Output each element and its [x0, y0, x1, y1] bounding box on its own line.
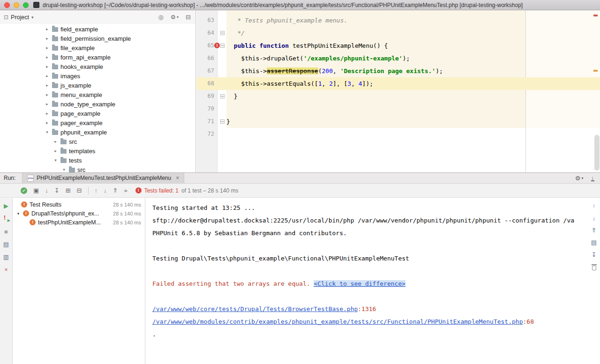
show-passed-icon[interactable]: ✓: [21, 187, 27, 194]
editor[interactable]: 63 * Tests phpunit_example menus.64 */65…: [196, 10, 600, 172]
error-stripe-mark[interactable]: [593, 15, 598, 16]
fold-marker-icon[interactable]: [220, 44, 225, 48]
file-link[interactable]: /var/www/web/modules/contrib/examples/ph…: [152, 318, 523, 325]
fold-marker-icon[interactable]: [220, 119, 225, 124]
toggle-console-icon[interactable]: ▣: [33, 187, 39, 193]
editor-line[interactable]: 68 $this->assertEquals([1, 2], [3, 4]);: [196, 77, 600, 90]
console-line: Testing started at 13:25 ...: [152, 201, 586, 214]
project-tree-item[interactable]: ▸menu_example: [0, 90, 195, 99]
project-tree-item[interactable]: ▸form_api_example: [0, 52, 195, 62]
previous-failed-test-icon[interactable]: ↑: [95, 187, 98, 193]
code-text: $this->assertEquals([1, 2], [3, 4]);: [226, 77, 373, 90]
settings-gear-icon[interactable]: ⚙▾: [575, 175, 584, 182]
settings-gear-icon[interactable]: ⚙▾: [171, 14, 179, 21]
editor-line[interactable]: 66 $this->drupalGet('/examples/phpunit-e…: [196, 52, 600, 65]
chevron-right-icon[interactable]: ▸: [45, 74, 50, 78]
fold-marker-icon[interactable]: [220, 94, 225, 98]
editor-lines: 63 * Tests phpunit_example menus.64 */65…: [196, 14, 600, 141]
chevron-right-icon[interactable]: ▸: [45, 36, 50, 41]
chevron-right-icon[interactable]: ▸: [45, 102, 50, 106]
chevron-right-icon[interactable]: ▸: [45, 55, 50, 59]
chevron-right-icon[interactable]: ▸: [53, 139, 58, 144]
chevron-down-icon[interactable]: ▾: [45, 130, 50, 134]
hide-panel-icon[interactable]: ↓: [591, 175, 595, 181]
project-tree-item[interactable]: ▸templates: [0, 146, 195, 156]
project-tree-item[interactable]: ▸src: [0, 137, 195, 146]
fold-marker-icon[interactable]: [220, 31, 225, 35]
folder-icon: [52, 111, 58, 116]
collapse-all-icon[interactable]: ⊟: [186, 14, 191, 20]
project-tree-item[interactable]: ▸page_example: [0, 109, 195, 118]
project-tree-item[interactable]: ▸file_example: [0, 43, 195, 52]
chevron-right-icon[interactable]: ▸: [45, 111, 50, 116]
editor-line[interactable]: 70: [196, 103, 600, 115]
editor-line[interactable]: 63 * Tests phpunit_example menus.: [196, 14, 600, 27]
project-tree-item[interactable]: ▸images: [0, 71, 195, 81]
test-failed-gutter-icon[interactable]: !: [214, 43, 220, 48]
project-header-label[interactable]: Project: [11, 14, 29, 21]
next-failed-test-icon[interactable]: ↓: [104, 187, 107, 193]
close-window-icon[interactable]: [4, 2, 10, 8]
project-tree-item[interactable]: ▸field_permission_example: [0, 34, 195, 43]
collapse-all-icon[interactable]: ⊟: [77, 187, 82, 193]
soft-wrap-icon[interactable]: ▤: [591, 239, 597, 245]
sort-alphabetically-icon[interactable]: ↓: [45, 187, 48, 193]
export-icon[interactable]: ⇑: [592, 227, 597, 233]
project-tree-item[interactable]: ▸node_type_example: [0, 99, 195, 109]
project-tree-item[interactable]: ▾phpunit_example: [0, 127, 195, 137]
up-stacktrace-icon[interactable]: ↑: [592, 203, 596, 209]
project-item-label: pager_example: [60, 119, 103, 126]
import-test-results-icon[interactable]: ⇑: [113, 187, 118, 193]
chevron-right-icon[interactable]: ▸: [45, 64, 50, 69]
project-tree-item[interactable]: ▸pager_example: [0, 118, 195, 127]
diff-link[interactable]: <Click to see difference>: [314, 280, 405, 287]
console-output[interactable]: Testing started at 13:25 ...sftp://docke…: [146, 198, 600, 364]
editor-line[interactable]: 71}: [196, 115, 600, 128]
chevron-down-icon[interactable]: ▾: [31, 15, 34, 20]
minimize-window-icon[interactable]: [14, 2, 19, 8]
project-item-label: form_api_example: [60, 54, 111, 61]
down-stacktrace-icon[interactable]: ↓: [592, 215, 596, 221]
editor-line[interactable]: 65! public function testPhpUnitExampleMe…: [196, 39, 600, 52]
expand-all-icon[interactable]: ⊞: [66, 187, 71, 193]
editor-scrollbar-thumb[interactable]: [594, 135, 600, 171]
chevron-right-icon[interactable]: ▸: [53, 149, 58, 153]
project-tree-item[interactable]: ▸js_example: [0, 81, 195, 90]
chevron-right-icon[interactable]: ▸: [45, 27, 50, 31]
chevron-down-icon[interactable]: ▾: [53, 158, 58, 163]
chevron-right-icon[interactable]: ▸: [45, 83, 50, 88]
test-tree-item[interactable]: ▾!Drupal\Tests\phpunit_ex...28 s 140 ms: [13, 209, 145, 218]
stop-icon[interactable]: ■: [4, 229, 8, 235]
chevron-down-icon[interactable]: ▾: [16, 211, 21, 216]
scroll-to-end-icon[interactable]: ↧: [592, 252, 597, 258]
editor-line[interactable]: 67 $this->assertResponse(200, 'Descripti…: [196, 65, 600, 77]
chevron-down-icon[interactable]: ▾: [61, 167, 67, 172]
project-tree-item[interactable]: ▸field_example: [0, 24, 195, 34]
clear-console-icon[interactable]: [592, 266, 596, 270]
file-link[interactable]: /var/www/web/core/tests/Drupal/Tests/Bro…: [152, 305, 358, 312]
more-options-icon[interactable]: »: [124, 187, 127, 193]
chevron-right-icon[interactable]: ▸: [45, 92, 50, 97]
editor-line[interactable]: 64 */: [196, 27, 600, 39]
editor-line[interactable]: 69 }: [196, 90, 600, 103]
project-tree-item[interactable]: ▾src: [0, 165, 195, 172]
run-tab[interactable]: php PHPUnitExampleMenuTest.testPhpUnitEx…: [22, 173, 184, 183]
rerun-test-icon[interactable]: ▶: [4, 203, 8, 209]
sort-by-duration-icon[interactable]: ↧: [54, 187, 60, 193]
test-tree-item[interactable]: !testPhpUnitExampleM...28 s 140 ms: [13, 218, 145, 227]
warning-stripe-mark[interactable]: [593, 70, 598, 72]
locate-file-icon[interactable]: ◎: [158, 14, 164, 20]
close-run-panel-icon[interactable]: ×: [4, 267, 8, 273]
test-tree-item[interactable]: !Test Results28 s 140 ms: [13, 200, 145, 209]
chevron-right-icon[interactable]: ▸: [45, 120, 50, 125]
console-output-icon[interactable]: ▥: [3, 254, 9, 260]
chevron-right-icon[interactable]: ▸: [45, 45, 50, 50]
project-item-label: phpunit_example: [60, 129, 107, 136]
rerun-failed-tests-icon[interactable]: !▶: [3, 215, 9, 222]
project-tree-item[interactable]: ▸hooks_example: [0, 62, 195, 71]
test-history-icon[interactable]: ▤: [3, 241, 9, 247]
editor-line[interactable]: 72: [196, 128, 600, 141]
project-tree-item[interactable]: ▾tests: [0, 156, 195, 165]
zoom-window-icon[interactable]: [23, 2, 29, 8]
close-tab-icon[interactable]: ×: [176, 175, 179, 181]
